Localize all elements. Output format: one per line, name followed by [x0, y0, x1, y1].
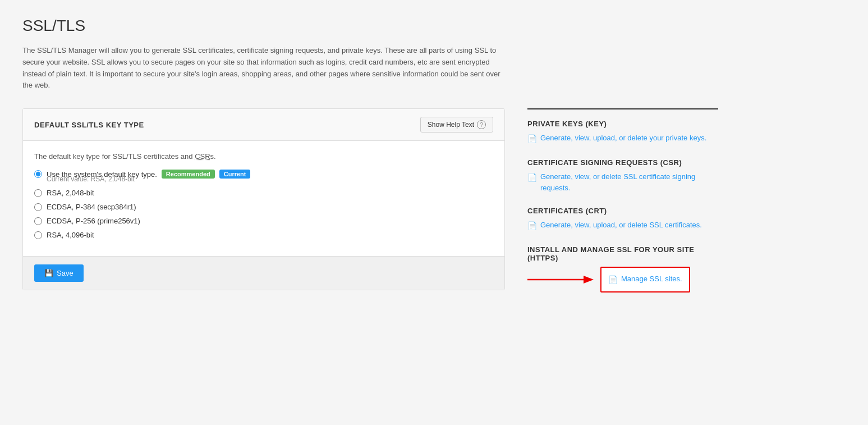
radio-ecdsa-p384[interactable]: [34, 203, 42, 211]
red-arrow-svg: [527, 271, 595, 288]
doc-icon-private-keys: 📄: [527, 133, 537, 145]
show-help-button[interactable]: Show Help Text ?: [420, 117, 493, 132]
radio-item-ecdsa-p384: ECDSA, P-384 (secp384r1): [34, 203, 493, 211]
csr-title: CERTIFICATE SIGNING REQUESTS (CSR): [527, 158, 718, 167]
ssl-key-type-card: DEFAULT SSL/TLS KEY TYPE Show Help Text …: [22, 108, 505, 290]
private-keys-link[interactable]: 📄 Generate, view, upload, or delete your…: [527, 132, 718, 145]
radio-system-default[interactable]: [34, 170, 42, 178]
card-footer: 💾 Save: [23, 256, 504, 290]
badge-current: Current: [219, 170, 251, 179]
radio-option-1: Use the system's default key type. Recom…: [34, 170, 493, 183]
card-title: DEFAULT SSL/TLS KEY TYPE: [34, 121, 144, 129]
section-csr: CERTIFICATE SIGNING REQUESTS (CSR) 📄 Gen…: [527, 158, 718, 193]
certificates-link-text: Generate, view, upload, or delete SSL ce…: [540, 220, 702, 231]
radio-rsa-2048[interactable]: [34, 189, 42, 197]
manage-ssl-highlighted-wrapper: 📄 Manage SSL sites.: [527, 267, 718, 293]
badge-recommended: Recommended: [162, 170, 215, 179]
key-type-description: The default key type for SSL/TLS certifi…: [34, 152, 493, 161]
show-help-label: Show Help Text: [428, 121, 474, 129]
section-certificates: CERTIFICATES (CRT) 📄 Generate, view, upl…: [527, 207, 718, 232]
save-label: Save: [57, 269, 74, 277]
manage-ssl-link[interactable]: 📄 Manage SSL sites.: [608, 273, 682, 286]
certificates-link[interactable]: 📄 Generate, view, upload, or delete SSL …: [527, 220, 718, 232]
left-panel: DEFAULT SSL/TLS KEY TYPE Show Help Text …: [22, 108, 505, 290]
svg-marker-1: [584, 276, 594, 284]
doc-icon-certificates: 📄: [527, 220, 537, 232]
doc-icon-manage-ssl: 📄: [608, 274, 618, 286]
section-private-keys: PRIVATE KEYS (KEY) 📄 Generate, view, upl…: [527, 120, 718, 145]
radio-label-ecdsa-p256[interactable]: ECDSA, P-256 (prime256v1): [47, 217, 140, 225]
radio-label-ecdsa-p384[interactable]: ECDSA, P-384 (secp384r1): [47, 203, 136, 211]
radio-ecdsa-p256[interactable]: [34, 217, 42, 225]
help-icon: ?: [477, 120, 486, 129]
csr-link-text: Generate, view, or delete SSL certificat…: [540, 171, 718, 193]
page-title: SSL/TLS: [22, 17, 846, 35]
card-header: DEFAULT SSL/TLS KEY TYPE Show Help Text …: [23, 109, 504, 141]
save-button[interactable]: 💾 Save: [34, 264, 84, 282]
private-keys-title: PRIVATE KEYS (KEY): [527, 120, 718, 128]
radio-item-rsa-2048: RSA, 2,048-bit: [34, 189, 493, 197]
private-keys-link-text: Generate, view, upload, or delete your p…: [540, 132, 706, 144]
radio-label-rsa-2048[interactable]: RSA, 2,048-bit: [47, 189, 94, 197]
radio-rsa-4096[interactable]: [34, 231, 42, 239]
manage-ssl-title: INSTALL AND MANAGE SSL FOR YOUR SITE (HT…: [527, 245, 718, 262]
save-icon: 💾: [44, 269, 53, 277]
doc-icon-csr: 📄: [527, 172, 537, 184]
csr-link[interactable]: 📄 Generate, view, or delete SSL certific…: [527, 171, 718, 193]
radio-item-ecdsa-p256: ECDSA, P-256 (prime256v1): [34, 217, 493, 225]
arrow-indicator: [527, 271, 595, 288]
intro-text: The SSL/TLS Manager will allow you to ge…: [22, 45, 505, 92]
card-body: The default key type for SSL/TLS certifi…: [23, 141, 504, 256]
key-type-radio-group: Use the system's default key type. Recom…: [34, 170, 493, 239]
current-value-text: Current value: RSA, 2,048-bit: [47, 175, 493, 183]
right-panel-divider: [527, 108, 718, 109]
right-panel: PRIVATE KEYS (KEY) 📄 Generate, view, upl…: [527, 108, 718, 306]
section-manage-ssl: INSTALL AND MANAGE SSL FOR YOUR SITE (HT…: [527, 245, 718, 293]
manage-ssl-link-text: Manage SSL sites.: [621, 273, 682, 285]
radio-item-rsa-4096: RSA, 4,096-bit: [34, 231, 493, 239]
manage-ssl-highlighted-box: 📄 Manage SSL sites.: [600, 267, 690, 293]
radio-label-rsa-4096[interactable]: RSA, 4,096-bit: [47, 231, 94, 239]
main-layout: DEFAULT SSL/TLS KEY TYPE Show Help Text …: [22, 108, 846, 306]
certificates-title: CERTIFICATES (CRT): [527, 207, 718, 215]
